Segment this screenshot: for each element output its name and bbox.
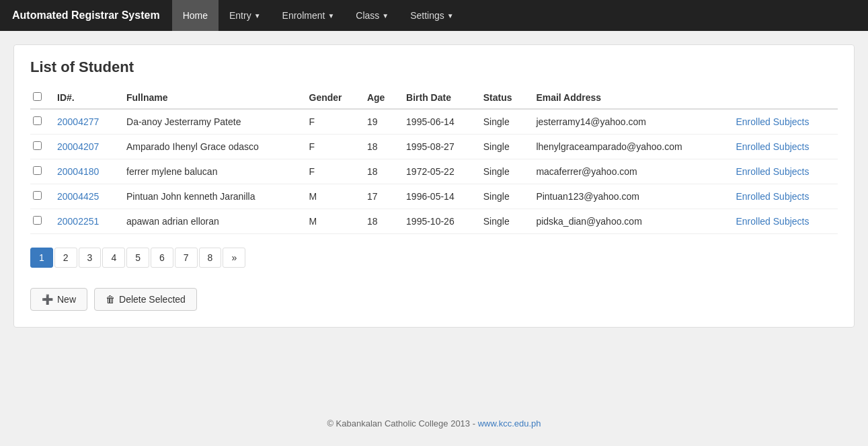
delete-button-label: Delete Selected: [119, 294, 186, 305]
cell-action-2: Enrolled Subjects: [729, 159, 838, 184]
row-checkbox-1[interactable]: [33, 141, 42, 150]
page-btn-8[interactable]: 8: [199, 248, 222, 268]
table-row: 20004180 ferrer mylene balucan F 18 1972…: [30, 159, 838, 184]
student-id-link-4[interactable]: 20002251: [57, 216, 99, 227]
page-btn-2[interactable]: 2: [54, 248, 77, 268]
enrolled-subjects-link-3[interactable]: Enrolled Subjects: [736, 191, 810, 202]
cell-age-3: 17: [360, 184, 399, 209]
cell-fullname-2: ferrer mylene balucan: [120, 159, 303, 184]
cell-birthdate-2: 1972-05-22: [399, 159, 477, 184]
cell-status-3: Single: [477, 184, 530, 209]
row-checkbox-4[interactable]: [33, 216, 42, 225]
cell-gender-2: F: [303, 159, 360, 184]
col-header-gender: Gender: [303, 87, 360, 109]
cell-email-4: pidska_dian@yahoo.com: [529, 209, 729, 234]
cell-id-3: 20004425: [50, 184, 120, 209]
row-checkbox-3[interactable]: [33, 191, 42, 200]
cell-status-2: Single: [477, 159, 530, 184]
cell-birthdate-3: 1996-05-14: [399, 184, 477, 209]
main-content: List of Student ID#. Fullname Gender Age…: [0, 31, 868, 408]
cell-gender-1: F: [303, 135, 360, 159]
page-btn-1[interactable]: 1: [30, 248, 53, 268]
cell-action-1: Enrolled Subjects: [729, 135, 838, 159]
navbar-items: Home Entry ▼ Enrolment ▼ Class ▼ Setting…: [172, 0, 465, 31]
select-all-header[interactable]: [30, 87, 50, 109]
col-header-birthdate: Birth Date: [399, 87, 477, 109]
cell-birthdate-4: 1995-10-26: [399, 209, 477, 234]
cell-birthdate-0: 1995-06-14: [399, 109, 477, 135]
page-btn-3[interactable]: 3: [79, 248, 102, 268]
enrolled-subjects-link-1[interactable]: Enrolled Subjects: [736, 141, 810, 152]
new-button[interactable]: ➕ New: [30, 288, 87, 311]
page-btn-4[interactable]: 4: [102, 248, 125, 268]
cell-id-4: 20002251: [50, 209, 120, 234]
page-btn-»[interactable]: »: [223, 248, 245, 268]
student-id-link-2[interactable]: 20004180: [57, 166, 99, 177]
trash-icon: 🗑: [106, 294, 115, 305]
student-id-link-0[interactable]: 20004277: [57, 116, 99, 127]
page-btn-7[interactable]: 7: [175, 248, 198, 268]
student-table: ID#. Fullname Gender Age Birth Date Stat…: [30, 87, 838, 234]
student-id-link-1[interactable]: 20004207: [57, 141, 99, 152]
nav-item-enrolment[interactable]: Enrolment ▼: [272, 0, 346, 31]
row-checkbox-cell[interactable]: [30, 109, 50, 135]
cell-fullname-0: Da-anoy Jesterramy Patete: [120, 109, 303, 135]
row-checkbox-cell[interactable]: [30, 184, 50, 209]
nav-item-settings[interactable]: Settings ▼: [399, 0, 465, 31]
footer-text: © Kabankalan Catholic College 2013 -: [327, 418, 475, 429]
row-checkbox-cell[interactable]: [30, 209, 50, 234]
footer: © Kabankalan Catholic College 2013 - www…: [0, 408, 868, 439]
page-btn-5[interactable]: 5: [126, 248, 149, 268]
cell-id-2: 20004180: [50, 159, 120, 184]
cell-gender-3: M: [303, 184, 360, 209]
page-btn-6[interactable]: 6: [151, 248, 173, 268]
table-row: 20002251 apawan adrian elloran M 18 1995…: [30, 209, 838, 234]
row-checkbox-cell[interactable]: [30, 135, 50, 159]
cell-id-0: 20004277: [50, 109, 120, 135]
row-checkbox-2[interactable]: [33, 166, 42, 175]
delete-selected-button[interactable]: 🗑 Delete Selected: [94, 288, 197, 311]
cell-age-2: 18: [360, 159, 399, 184]
cell-age-0: 19: [360, 109, 399, 135]
table-header-row: ID#. Fullname Gender Age Birth Date Stat…: [30, 87, 838, 109]
cell-status-0: Single: [477, 109, 530, 135]
navbar: Automated Registrar System Home Entry ▼ …: [0, 0, 868, 31]
col-header-fullname: Fullname: [120, 87, 303, 109]
cell-status-1: Single: [477, 135, 530, 159]
student-table-body: 20004277 Da-anoy Jesterramy Patete F 19 …: [30, 109, 838, 234]
entry-caret: ▼: [254, 12, 261, 20]
enrolled-subjects-link-2[interactable]: Enrolled Subjects: [736, 166, 810, 177]
cell-birthdate-1: 1995-08-27: [399, 135, 477, 159]
new-button-label: New: [57, 294, 76, 305]
enrolment-caret: ▼: [327, 12, 334, 20]
col-header-email: Email Address: [529, 87, 729, 109]
class-caret: ▼: [382, 12, 389, 20]
col-header-age: Age: [360, 87, 399, 109]
pagination: 12345678»: [30, 248, 838, 268]
footer-link[interactable]: www.kcc.edu.ph: [478, 418, 541, 429]
cell-action-3: Enrolled Subjects: [729, 184, 838, 209]
enrolled-subjects-link-4[interactable]: Enrolled Subjects: [736, 216, 810, 227]
page-title: List of Student: [30, 59, 838, 76]
row-checkbox-cell[interactable]: [30, 159, 50, 184]
cell-fullname-1: Amparado Ihenyl Grace odasco: [120, 135, 303, 159]
cell-age-4: 18: [360, 209, 399, 234]
settings-caret: ▼: [447, 12, 454, 20]
table-row: 20004277 Da-anoy Jesterramy Patete F 19 …: [30, 109, 838, 135]
enrolled-subjects-link-0[interactable]: Enrolled Subjects: [736, 116, 810, 127]
col-header-status: Status: [477, 87, 530, 109]
nav-item-home[interactable]: Home: [172, 0, 219, 31]
cell-status-4: Single: [477, 209, 530, 234]
cell-fullname-3: Pintuan John kenneth Jaranilla: [120, 184, 303, 209]
nav-item-entry[interactable]: Entry ▼: [219, 0, 272, 31]
row-checkbox-0[interactable]: [33, 116, 42, 125]
student-id-link-3[interactable]: 20004425: [57, 191, 99, 202]
table-row: 20004207 Amparado Ihenyl Grace odasco F …: [30, 135, 838, 159]
nav-item-class[interactable]: Class ▼: [345, 0, 399, 31]
table-row: 20004425 Pintuan John kenneth Jaranilla …: [30, 184, 838, 209]
select-all-checkbox[interactable]: [33, 92, 42, 101]
cell-gender-0: F: [303, 109, 360, 135]
cell-fullname-4: apawan adrian elloran: [120, 209, 303, 234]
plus-icon: ➕: [42, 294, 53, 305]
navbar-brand: Automated Registrar System: [0, 0, 172, 31]
